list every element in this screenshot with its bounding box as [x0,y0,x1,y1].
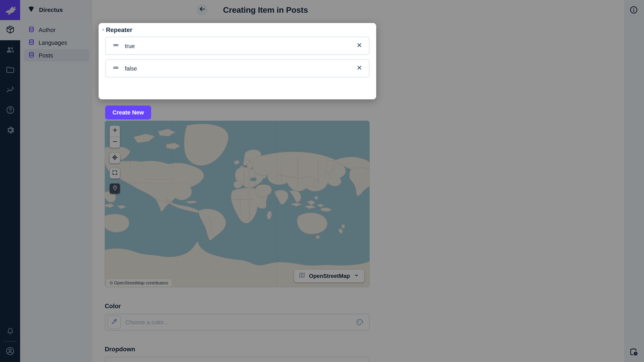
create-new-button[interactable]: Create New [105,105,151,119]
repeater-item-row[interactable]: false [105,59,370,78]
close-icon[interactable] [356,64,363,73]
repeater-field-label: Repeater [106,26,132,33]
repeater-item-value: true [125,42,356,49]
drag-handle-icon[interactable] [112,63,120,73]
repeater-popover: Repeater true false Create New [98,23,376,99]
close-icon[interactable] [356,41,363,50]
repeater-item-row[interactable]: true [105,36,370,55]
repeater-item-value: false [125,65,356,71]
directus-app: Creating Item in Posts Map [0,0,644,362]
drag-handle-icon[interactable] [112,41,120,51]
field-edited-dot [102,29,104,31]
